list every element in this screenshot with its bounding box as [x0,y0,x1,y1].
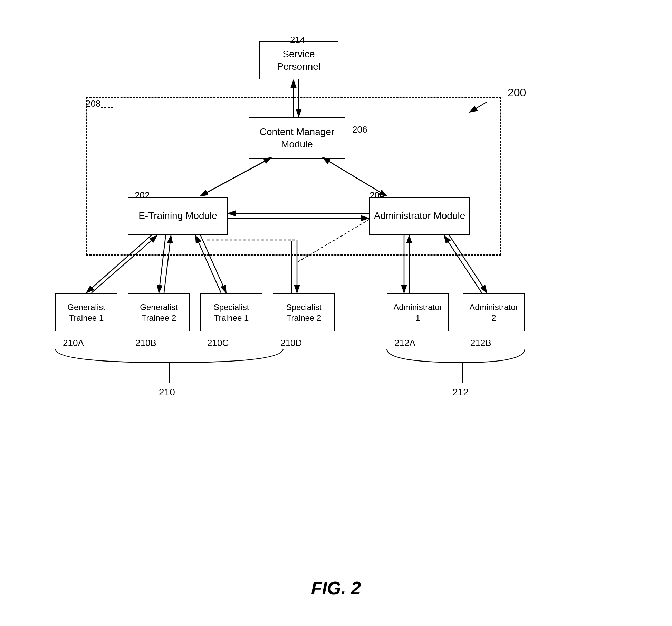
content-manager-label: Content Manager Module [260,126,334,151]
label-200: 200 [508,86,526,99]
specialist-trainee-1-label: Specialist Trainee 1 [214,302,249,323]
specialist-trainee-2-label: Specialist Trainee 2 [286,302,322,323]
label-212-group: 212 [452,387,469,398]
label-210B: 210B [135,338,156,348]
label-210-group: 210 [159,387,175,398]
etraining-box: E-Training Module [128,197,228,235]
administrator-1-box: Administrator 1 [387,293,449,331]
generalist-trainee-2-label: Generalist Trainee 2 [140,302,177,323]
service-personnel-box: Service Personnel [259,41,338,79]
etraining-label: E-Training Module [138,210,217,222]
label-210A: 210A [63,338,84,348]
service-personnel-label: Service Personnel [277,48,320,73]
figure-label: FIG. 2 [311,578,361,598]
label-212B: 212B [470,338,491,348]
specialist-trainee-2-box: Specialist Trainee 2 [273,293,335,331]
label-210D: 210D [280,338,302,348]
specialist-trainee-1-box: Specialist Trainee 1 [200,293,262,331]
content-manager-box: Content Manager Module [249,117,345,159]
administrator-module-box: Administrator Module [369,197,470,235]
generalist-trainee-1-box: Generalist Trainee 1 [55,293,117,331]
diagram-container: 200 208 Service Personnel 214 Content Ma… [35,21,637,573]
label-210C: 210C [207,338,229,348]
label-202: 202 [135,190,150,201]
label-208: 208 [86,98,100,109]
generalist-trainee-2-box: Generalist Trainee 2 [128,293,190,331]
label-212A: 212A [394,338,415,348]
administrator-1-label: Administrator 1 [393,302,442,323]
label-206: 206 [352,124,367,135]
label-204: 204 [369,190,384,201]
generalist-trainee-1-label: Generalist Trainee 1 [67,302,105,323]
administrator-2-box: Administrator 2 [463,293,525,331]
administrator-module-label: Administrator Module [374,210,465,222]
administrator-2-label: Administrator 2 [469,302,518,323]
label-214: 214 [290,35,305,45]
